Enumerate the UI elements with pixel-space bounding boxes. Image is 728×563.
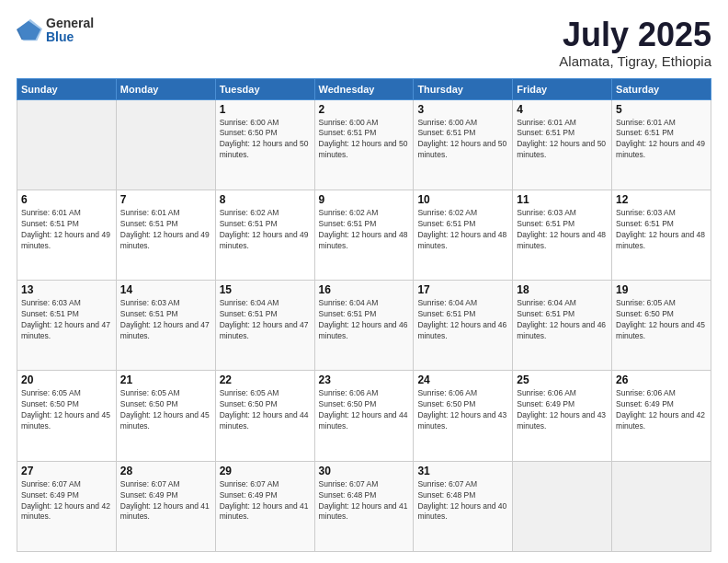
weekday-header: Saturday [612, 78, 711, 99]
day-number: 27 [21, 465, 112, 477]
calendar-cell: 12Sunrise: 6:03 AMSunset: 6:51 PMDayligh… [612, 190, 711, 280]
day-info: Sunrise: 6:07 AMSunset: 6:48 PMDaylight:… [319, 479, 410, 523]
calendar-cell: 9Sunrise: 6:02 AMSunset: 6:51 PMDaylight… [314, 190, 414, 280]
day-number: 14 [120, 283, 211, 296]
day-number: 19 [616, 283, 707, 296]
day-info: Sunrise: 6:05 AMSunset: 6:50 PMDaylight:… [120, 388, 211, 432]
header: General Blue July 2025 Alamata, Tigray, … [17, 17, 711, 69]
logo-blue: Blue [46, 30, 94, 44]
day-info: Sunrise: 6:07 AMSunset: 6:49 PMDaylight:… [220, 479, 311, 523]
day-info: Sunrise: 6:04 AMSunset: 6:51 PMDaylight:… [417, 298, 508, 342]
calendar-cell: 2Sunrise: 6:00 AMSunset: 6:51 PMDaylight… [314, 99, 414, 190]
calendar-cell: 30Sunrise: 6:07 AMSunset: 6:48 PMDayligh… [314, 461, 414, 551]
day-info: Sunrise: 6:06 AMSunset: 6:50 PMDaylight:… [417, 388, 508, 432]
day-number: 4 [517, 103, 608, 116]
title-month: July 2025 [559, 17, 711, 53]
calendar-week-row: 20Sunrise: 6:05 AMSunset: 6:50 PMDayligh… [17, 371, 711, 461]
day-info: Sunrise: 6:03 AMSunset: 6:51 PMDaylight:… [21, 298, 112, 342]
calendar-cell: 3Sunrise: 6:00 AMSunset: 6:51 PMDaylight… [414, 99, 513, 190]
day-info: Sunrise: 6:02 AMSunset: 6:51 PMDaylight:… [319, 208, 410, 252]
day-info: Sunrise: 6:01 AMSunset: 6:51 PMDaylight:… [120, 208, 211, 252]
calendar-cell: 4Sunrise: 6:01 AMSunset: 6:51 PMDaylight… [513, 99, 612, 190]
weekday-header: Wednesday [314, 78, 414, 99]
day-info: Sunrise: 6:07 AMSunset: 6:48 PMDaylight:… [417, 479, 508, 523]
title-block: July 2025 Alamata, Tigray, Ethiopia [559, 17, 711, 69]
calendar-cell: 8Sunrise: 6:02 AMSunset: 6:51 PMDaylight… [215, 190, 314, 280]
day-number: 6 [21, 193, 112, 206]
calendar-cell: 19Sunrise: 6:05 AMSunset: 6:50 PMDayligh… [612, 281, 711, 371]
calendar-cell: 27Sunrise: 6:07 AMSunset: 6:49 PMDayligh… [17, 461, 117, 551]
calendar-week-row: 13Sunrise: 6:03 AMSunset: 6:51 PMDayligh… [17, 281, 711, 371]
day-number: 1 [220, 103, 311, 116]
day-info: Sunrise: 6:05 AMSunset: 6:50 PMDaylight:… [21, 388, 112, 432]
calendar-cell: 29Sunrise: 6:07 AMSunset: 6:49 PMDayligh… [215, 461, 314, 551]
calendar-cell: 6Sunrise: 6:01 AMSunset: 6:51 PMDaylight… [17, 190, 117, 280]
day-number: 24 [417, 373, 508, 386]
day-info: Sunrise: 6:02 AMSunset: 6:51 PMDaylight:… [220, 208, 311, 252]
weekday-header: Monday [116, 78, 215, 99]
day-info: Sunrise: 6:04 AMSunset: 6:51 PMDaylight:… [319, 298, 410, 342]
day-number: 29 [220, 465, 311, 477]
day-info: Sunrise: 6:06 AMSunset: 6:49 PMDaylight:… [616, 388, 707, 432]
calendar-week-row: 27Sunrise: 6:07 AMSunset: 6:49 PMDayligh… [17, 461, 711, 551]
day-number: 17 [417, 283, 508, 296]
day-info: Sunrise: 6:00 AMSunset: 6:51 PMDaylight:… [319, 118, 410, 162]
day-number: 9 [319, 193, 410, 206]
calendar-cell [17, 99, 117, 190]
calendar-cell [116, 99, 215, 190]
day-number: 8 [220, 193, 311, 206]
calendar-cell: 21Sunrise: 6:05 AMSunset: 6:50 PMDayligh… [116, 371, 215, 461]
calendar-cell: 22Sunrise: 6:05 AMSunset: 6:50 PMDayligh… [215, 371, 314, 461]
day-info: Sunrise: 6:04 AMSunset: 6:51 PMDaylight:… [220, 298, 311, 342]
day-number: 10 [417, 193, 508, 206]
calendar-cell: 24Sunrise: 6:06 AMSunset: 6:50 PMDayligh… [414, 371, 513, 461]
day-info: Sunrise: 6:01 AMSunset: 6:51 PMDaylight:… [517, 118, 608, 162]
day-info: Sunrise: 6:00 AMSunset: 6:51 PMDaylight:… [417, 118, 508, 162]
day-info: Sunrise: 6:01 AMSunset: 6:51 PMDaylight:… [21, 208, 112, 252]
day-number: 21 [120, 373, 211, 386]
weekday-row: SundayMondayTuesdayWednesdayThursdayFrid… [17, 78, 711, 99]
calendar-cell: 25Sunrise: 6:06 AMSunset: 6:49 PMDayligh… [513, 371, 612, 461]
day-number: 5 [616, 103, 707, 116]
weekday-header: Tuesday [215, 78, 314, 99]
calendar-cell: 17Sunrise: 6:04 AMSunset: 6:51 PMDayligh… [414, 281, 513, 371]
calendar-cell: 26Sunrise: 6:06 AMSunset: 6:49 PMDayligh… [612, 371, 711, 461]
day-number: 12 [616, 193, 707, 206]
day-number: 3 [417, 103, 508, 116]
day-number: 26 [616, 373, 707, 386]
weekday-header: Friday [513, 78, 612, 99]
calendar-body: 1Sunrise: 6:00 AMSunset: 6:50 PMDaylight… [17, 99, 711, 551]
calendar-cell: 23Sunrise: 6:06 AMSunset: 6:50 PMDayligh… [314, 371, 414, 461]
calendar-table: SundayMondayTuesdayWednesdayThursdayFrid… [17, 78, 711, 552]
day-number: 18 [517, 283, 608, 296]
calendar-cell: 16Sunrise: 6:04 AMSunset: 6:51 PMDayligh… [314, 281, 414, 371]
calendar-page: General Blue July 2025 Alamata, Tigray, … [0, 0, 728, 563]
day-number: 13 [21, 283, 112, 296]
calendar-cell: 15Sunrise: 6:04 AMSunset: 6:51 PMDayligh… [215, 281, 314, 371]
day-number: 7 [120, 193, 211, 206]
calendar-cell: 5Sunrise: 6:01 AMSunset: 6:51 PMDaylight… [612, 99, 711, 190]
day-info: Sunrise: 6:07 AMSunset: 6:49 PMDaylight:… [21, 479, 112, 523]
logo: General Blue [17, 17, 94, 45]
day-number: 22 [220, 373, 311, 386]
day-info: Sunrise: 6:06 AMSunset: 6:49 PMDaylight:… [517, 388, 608, 432]
calendar-cell: 10Sunrise: 6:02 AMSunset: 6:51 PMDayligh… [414, 190, 513, 280]
day-info: Sunrise: 6:05 AMSunset: 6:50 PMDaylight:… [616, 298, 707, 342]
day-info: Sunrise: 6:02 AMSunset: 6:51 PMDaylight:… [417, 208, 508, 252]
day-number: 11 [517, 193, 608, 206]
calendar-cell: 14Sunrise: 6:03 AMSunset: 6:51 PMDayligh… [116, 281, 215, 371]
calendar-header: SundayMondayTuesdayWednesdayThursdayFrid… [17, 78, 711, 99]
calendar-cell: 1Sunrise: 6:00 AMSunset: 6:50 PMDaylight… [215, 99, 314, 190]
logo-icon [17, 17, 42, 43]
day-number: 28 [120, 465, 211, 477]
day-info: Sunrise: 6:07 AMSunset: 6:49 PMDaylight:… [120, 479, 211, 523]
calendar-cell: 28Sunrise: 6:07 AMSunset: 6:49 PMDayligh… [116, 461, 215, 551]
calendar-cell: 7Sunrise: 6:01 AMSunset: 6:51 PMDaylight… [116, 190, 215, 280]
day-info: Sunrise: 6:06 AMSunset: 6:50 PMDaylight:… [319, 388, 410, 432]
day-info: Sunrise: 6:03 AMSunset: 6:51 PMDaylight:… [120, 298, 211, 342]
logo-text: General Blue [46, 17, 94, 45]
title-location: Alamata, Tigray, Ethiopia [559, 53, 711, 69]
day-info: Sunrise: 6:00 AMSunset: 6:50 PMDaylight:… [220, 118, 311, 162]
calendar-cell [612, 461, 711, 551]
weekday-header: Thursday [414, 78, 513, 99]
